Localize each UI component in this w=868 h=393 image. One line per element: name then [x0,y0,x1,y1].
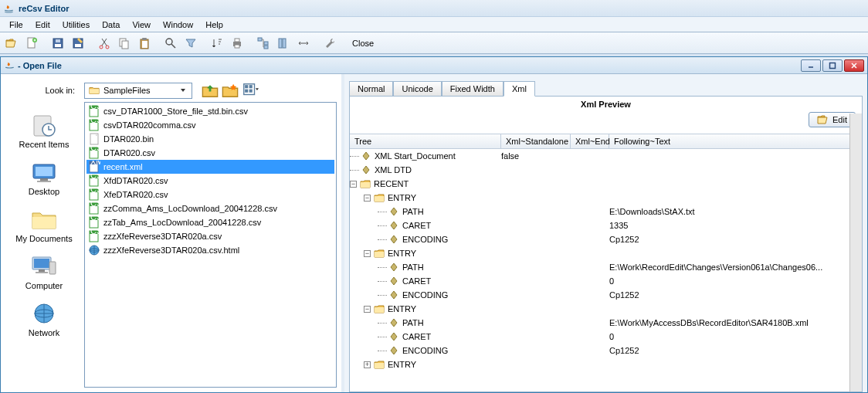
file-item[interactable]: CSVzzzXfeReverse3DTAR020a.csv [86,229,334,243]
tree-row[interactable]: ENCODINGCp1252 [350,344,862,357]
node-icon [388,290,399,300]
svg-rect-18 [258,38,262,41]
cut-icon[interactable] [96,35,113,52]
col-tree[interactable]: Tree [350,134,501,148]
col-standalone[interactable]: Xml~Standalone [501,134,571,148]
tree-row[interactable]: PATHE:\Work\RecordEdit\Changes\Version06… [350,260,862,274]
close-button[interactable] [844,59,864,72]
filter-icon[interactable] [182,35,199,52]
expander-icon[interactable]: − [364,195,371,202]
tree-row[interactable]: −ENTRY [350,191,862,205]
new-folder-button[interactable] [222,82,239,99]
tree-row[interactable]: −RECENT [350,177,862,191]
place-computer[interactable]: Computer [5,254,83,290]
tree-row[interactable]: PATHE:\Work\MyAccessDBs\RecordEditor\SAR… [350,316,862,330]
menu-utilities[interactable]: Utilities [56,19,96,31]
vertical-scrollbar[interactable] [849,113,862,391]
sort-icon[interactable] [209,35,225,52]
folder-icon [374,192,385,203]
svg-text:CSV: CSV [90,105,100,110]
file-item[interactable]: CSVDTAR020.csv [86,146,334,160]
app-title: reCsv Editor [19,4,69,13]
menu-view[interactable]: View [126,19,157,31]
folder-icon [374,303,385,314]
view-menu-button[interactable] [242,82,259,99]
svg-rect-10 [122,41,128,49]
preview-title: Xml Preview [350,97,862,112]
tree-row[interactable]: PATHE:\Downloads\StAX.txt [350,205,862,219]
tree-row[interactable]: XML DTD [350,163,862,177]
tree-icon[interactable] [255,35,272,52]
tree-row[interactable]: −ENTRY [350,302,862,316]
tree-row[interactable]: CARET0 [350,330,862,344]
col-following-text[interactable]: Following~Text [609,134,862,148]
up-folder-button[interactable] [202,82,219,99]
autofit-icon[interactable] [295,35,312,52]
minimize-button[interactable] [801,59,821,72]
save-as-icon[interactable] [70,35,86,52]
svg-text:CSV: CSV [90,230,100,235]
paste-icon[interactable] [136,35,153,52]
file-item[interactable]: CSVcsvDTAR020comma.csv [86,118,334,132]
menu-help[interactable]: Help [199,19,229,31]
file-item[interactable]: XMLrecent.xml [86,160,334,174]
file-item[interactable]: CSVXfeDTAR020.csv [86,188,334,202]
file-item[interactable]: CSVzzComma_Ams_LocDownload_20041228.csv [86,202,334,215]
column-icon[interactable] [275,35,292,52]
tab-xml[interactable]: Xml [504,81,535,97]
svg-rect-25 [245,85,248,88]
menu-data[interactable]: Data [96,19,126,31]
menu-edit[interactable]: Edit [29,19,56,31]
tab-normal[interactable]: Normal [349,81,393,96]
tree-row[interactable]: ENCODINGCp1252 [350,288,862,302]
menu-file[interactable]: File [3,19,29,31]
lookin-combobox[interactable]: SampleFiles [84,83,192,99]
file-item[interactable]: CSVcsv_DTAR1000_Store_file_std.bin.csv [86,104,334,118]
maximize-button[interactable] [822,59,843,72]
svg-rect-33 [40,178,48,181]
col-end[interactable]: Xml~End [571,134,609,148]
file-list[interactable]: CSVcsv_DTAR1000_Store_file_std.bin.csvCS… [84,102,337,388]
print-icon[interactable] [229,35,246,52]
svg-rect-20 [264,46,268,49]
edit-button[interactable]: Edit [809,112,856,127]
file-item[interactable]: DTAR020.bin [86,132,334,146]
edit-button-label: Edit [832,115,847,124]
file-item[interactable]: zzzXfeReverse3DTAR020a.csv.html [86,243,334,257]
tree-row[interactable]: ENCODINGCp1252 [350,232,862,246]
tree-row[interactable]: XML Start_Documentfalse [350,149,862,163]
copy-icon[interactable] [116,35,133,52]
tree-row[interactable]: −ENTRY [350,246,862,260]
save-icon[interactable] [49,35,66,52]
place-recent-items[interactable]: Recent Items [5,113,83,149]
wrench-icon[interactable] [321,35,338,52]
preview-panel: NormalUnicodeFixed WidthXml Xml Preview … [344,74,867,392]
open-file-title: - Open File [18,61,62,70]
expander-icon[interactable]: − [364,306,371,313]
file-item[interactable]: CSVzzTab_Ams_LocDownload_20041228.csv [86,215,334,229]
place-network[interactable]: Network [5,301,83,337]
expander-icon[interactable]: + [364,361,371,368]
find-icon[interactable] [162,35,179,52]
folder-open-icon [817,114,829,125]
xml-tree-table[interactable]: Tree Xml~Standalone Xml~End Following~Te… [350,134,862,391]
document-new-icon[interactable] [23,35,40,52]
tree-row[interactable]: CARET1335 [350,219,862,232]
expander-icon[interactable]: − [364,250,371,257]
open-file-titlebar[interactable]: - Open File [1,57,867,74]
tab-unicode[interactable]: Unicode [393,81,441,96]
toolbar-close-button[interactable]: Close [348,39,378,48]
tree-row[interactable]: +ENTRY [350,357,862,371]
node-icon [388,331,399,342]
menu-window[interactable]: Window [157,19,199,31]
place-my-documents[interactable]: My Documents [5,207,83,243]
folder-open-icon[interactable] [3,35,20,52]
main-toolbar: Close [0,32,868,54]
file-item[interactable]: CSVXfdDTAR020.csv [86,174,334,188]
tree-row[interactable]: CARET0 [350,274,862,288]
place-desktop[interactable]: Desktop [5,160,83,196]
node-icon [361,151,371,161]
expander-icon[interactable]: − [350,181,357,188]
tab-fixed-width[interactable]: Fixed Width [442,81,504,96]
svg-rect-27 [245,90,248,93]
